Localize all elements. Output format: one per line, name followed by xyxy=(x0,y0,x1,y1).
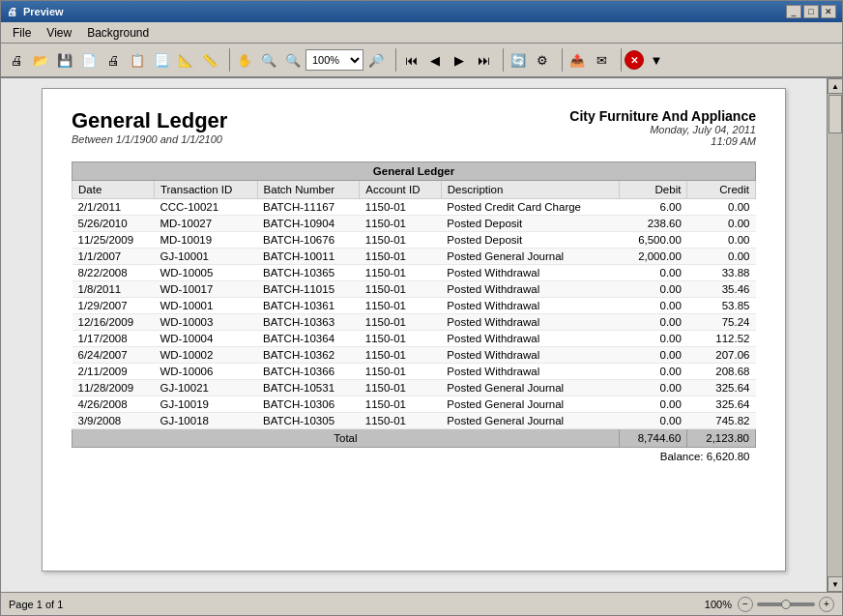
table-data-body: 2/1/2011 CCC-10021 BATCH-11167 1150-01 P… xyxy=(73,199,756,429)
cell-transaction-id: MD-10019 xyxy=(154,232,257,249)
scroll-thumb[interactable] xyxy=(828,95,842,133)
toolbar-export2-btn[interactable]: 📤 xyxy=(566,48,589,72)
toolbar-pagesetup-btn[interactable]: 📐 xyxy=(174,48,197,72)
title-bar: 🖨 Preview _ □ ✕ xyxy=(1,1,842,22)
cell-batch-number: BATCH-10362 xyxy=(257,347,360,364)
toolbar-stop-btn[interactable]: ✕ xyxy=(625,50,644,70)
cell-transaction-id: CCC-10021 xyxy=(154,199,257,216)
col-description: Description xyxy=(441,181,619,199)
cell-description: Posted General Journal xyxy=(441,380,619,396)
cell-transaction-id: WD-10006 xyxy=(154,364,257,380)
toolbar-save-btn[interactable]: 💾 xyxy=(53,48,76,72)
zoom-select[interactable]: 100% 50% 75% 100% 125% 150% 200% xyxy=(305,49,363,71)
balance-row: Balance: 6,620.80 xyxy=(73,448,756,466)
cell-description: Posted Withdrawal xyxy=(441,281,619,298)
zoom-slider-thumb[interactable] xyxy=(781,600,791,609)
cell-account-id: 1150-01 xyxy=(360,396,442,413)
scroll-down-btn[interactable]: ▼ xyxy=(828,576,842,592)
cell-description: Posted Withdrawal xyxy=(441,364,619,380)
cell-batch-number: BATCH-10366 xyxy=(257,364,360,380)
toolbar-zoomin-btn[interactable]: 🔍 xyxy=(281,48,305,72)
zoom-minus-btn[interactable]: − xyxy=(738,597,753,612)
cell-batch-number: BATCH-10531 xyxy=(257,380,360,396)
report-header: General Ledger Between 1/1/1900 and 1/1/… xyxy=(72,108,756,147)
cell-description: Posted Withdrawal xyxy=(441,265,619,281)
table-row: 8/22/2008 WD-10005 BATCH-10365 1150-01 P… xyxy=(73,265,756,281)
cell-batch-number: BATCH-10011 xyxy=(257,249,360,265)
toolbar-open-btn[interactable]: 📂 xyxy=(29,48,52,72)
toolbar-prev-btn[interactable]: ◀ xyxy=(423,48,447,72)
menu-view[interactable]: View xyxy=(39,24,79,42)
cell-batch-number: BATCH-10364 xyxy=(257,331,360,347)
toolbar-print2-btn[interactable]: 🖨 xyxy=(102,48,125,72)
cell-account-id: 1150-01 xyxy=(360,331,442,347)
toolbar-zoomout-btn[interactable]: 🔎 xyxy=(364,48,388,72)
menu-file[interactable]: File xyxy=(5,24,39,42)
col-date: Date xyxy=(73,181,155,199)
cell-debit: 0.00 xyxy=(619,265,687,281)
zoom-slider[interactable] xyxy=(757,602,815,606)
cell-date: 1/17/2008 xyxy=(73,331,155,347)
toolbar-email-btn[interactable]: ✉ xyxy=(590,48,613,72)
minimize-button[interactable]: _ xyxy=(786,5,801,18)
table-row: 1/8/2011 WD-10017 BATCH-11015 1150-01 Po… xyxy=(73,281,756,298)
cell-credit: 208.68 xyxy=(687,364,756,380)
table-row: 11/28/2009 GJ-10021 BATCH-10531 1150-01 … xyxy=(73,380,756,396)
cell-description: Posted Withdrawal xyxy=(441,314,619,331)
table-section-title: General Ledger xyxy=(73,162,756,181)
cell-debit: 0.00 xyxy=(619,281,687,298)
toolbar-export-btn[interactable]: 📄 xyxy=(77,48,101,72)
toolbar-separator-1 xyxy=(224,48,230,72)
toolbar-next-btn[interactable]: ▶ xyxy=(448,48,471,72)
toolbar-search-btn[interactable]: 🔍 xyxy=(257,48,280,72)
toolbar-separator-2 xyxy=(391,48,396,72)
toolbar-first-btn[interactable]: ⏮ xyxy=(399,48,422,72)
menu-background[interactable]: Background xyxy=(79,24,157,42)
zoom-plus-btn[interactable]: + xyxy=(819,597,834,612)
cell-description: Posted Withdrawal xyxy=(441,331,619,347)
cell-date: 12/16/2009 xyxy=(73,314,155,331)
table-row: 6/24/2007 WD-10002 BATCH-10362 1150-01 P… xyxy=(73,347,756,364)
cell-credit: 0.00 xyxy=(687,249,756,265)
table-row: 1/29/2007 WD-10001 BATCH-10361 1150-01 P… xyxy=(73,298,756,314)
zoom-slider-container: − + xyxy=(738,597,834,612)
cell-credit: 33.88 xyxy=(687,265,756,281)
cell-account-id: 1150-01 xyxy=(360,413,442,429)
toolbar-more-btn[interactable]: ▼ xyxy=(645,48,668,72)
cell-transaction-id: MD-10027 xyxy=(154,216,257,232)
toolbar-portrait-btn[interactable]: 📃 xyxy=(150,48,173,72)
title-bar-text: 🖨 Preview xyxy=(7,6,64,17)
maximize-button[interactable]: □ xyxy=(803,5,819,18)
cell-debit: 6.00 xyxy=(619,199,687,216)
cell-date: 8/22/2008 xyxy=(73,265,155,281)
toolbar-landscape-btn[interactable]: 📋 xyxy=(126,48,149,72)
report-paper: General Ledger Between 1/1/1900 and 1/1/… xyxy=(42,88,786,572)
table-row: 2/11/2009 WD-10006 BATCH-10366 1150-01 P… xyxy=(73,364,756,380)
cell-debit: 0.00 xyxy=(619,413,687,429)
status-bar: Page 1 of 1 100% − + xyxy=(1,592,842,615)
cell-transaction-id: GJ-10021 xyxy=(154,380,257,396)
close-button[interactable]: ✕ xyxy=(821,5,836,18)
report-title-block: General Ledger Between 1/1/1900 and 1/1/… xyxy=(72,108,227,145)
toolbar-toggle-btn[interactable]: ⚙ xyxy=(531,48,554,72)
scroll-up-btn[interactable]: ▲ xyxy=(828,78,842,94)
cell-transaction-id: GJ-10001 xyxy=(154,249,257,265)
toolbar-print-btn[interactable]: 🖨 xyxy=(5,48,28,72)
cell-transaction-id: WD-10017 xyxy=(154,281,257,298)
cell-description: Posted Withdrawal xyxy=(441,298,619,314)
toolbar-separator-4 xyxy=(557,48,563,72)
toolbar-last-btn[interactable]: ⏭ xyxy=(472,48,495,72)
cell-debit: 0.00 xyxy=(619,396,687,413)
cell-batch-number: BATCH-10361 xyxy=(257,298,360,314)
scrollbar-right: ▲ ▼ xyxy=(827,78,842,592)
cell-batch-number: BATCH-10363 xyxy=(257,314,360,331)
company-name: City Furniture And Appliance xyxy=(569,108,756,124)
toolbar-margins-btn[interactable]: 📏 xyxy=(198,48,221,72)
window-title: Preview xyxy=(23,6,64,17)
toolbar-pan-btn[interactable]: ✋ xyxy=(233,48,256,72)
cell-transaction-id: WD-10005 xyxy=(154,265,257,281)
scroll-track[interactable] xyxy=(828,94,842,576)
toolbar-refresh-btn[interactable]: 🔄 xyxy=(507,48,530,72)
cell-credit: 0.00 xyxy=(687,199,756,216)
cell-account-id: 1150-01 xyxy=(360,380,442,396)
